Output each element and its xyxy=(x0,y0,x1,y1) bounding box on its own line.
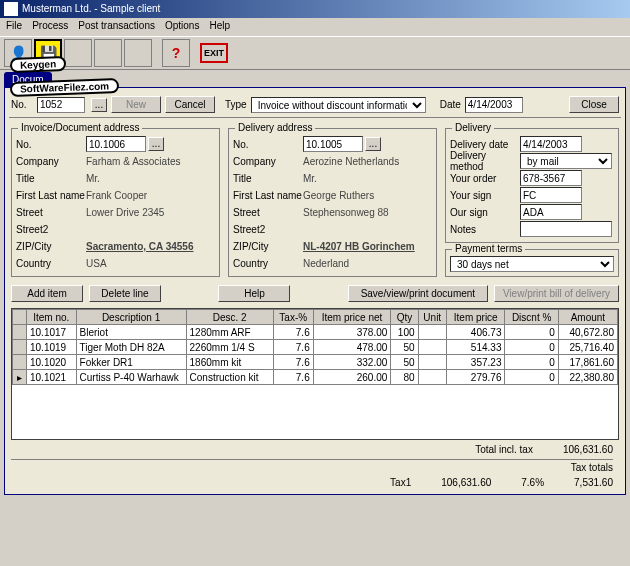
del-lookup-button[interactable]: ... xyxy=(365,137,381,151)
titlebar: Musterman Ltd. - Sample client xyxy=(0,0,630,18)
toolbar: 👤 💾 ? EXIT xyxy=(0,36,630,70)
tool-icon-2[interactable] xyxy=(94,39,122,67)
delete-line-button[interactable]: Delete line xyxy=(89,285,161,302)
payment-terms-group: Payment terms 30 days net xyxy=(445,249,619,277)
close-button[interactable]: Close xyxy=(569,96,619,113)
type-label: Type xyxy=(225,99,247,110)
tool-icon-3[interactable] xyxy=(124,39,152,67)
save-icon[interactable]: 💾 xyxy=(34,39,62,67)
form: No. ... New Cancel Type Invoice without … xyxy=(4,87,626,495)
delivery-group: Delivery Delivery date Delivery methodby… xyxy=(445,128,619,243)
menu-file[interactable]: File xyxy=(6,20,22,34)
invoice-address-group: Invoice/Document address No.... CompanyF… xyxy=(11,128,220,277)
table-row[interactable]: 10.1017Bleriot1280mm ARF7.6378.00100406.… xyxy=(13,325,618,340)
exit-button[interactable]: EXIT xyxy=(200,43,228,63)
date-input[interactable] xyxy=(465,97,523,113)
new-button[interactable]: New xyxy=(111,96,161,113)
top-row: No. ... New Cancel Type Invoice without … xyxy=(9,92,621,118)
tool-icon-1[interactable] xyxy=(64,39,92,67)
view-bill-button[interactable]: View/print bill of delivery xyxy=(494,285,619,302)
date-label: Date xyxy=(440,99,461,110)
your-sign-input[interactable] xyxy=(520,187,582,203)
tab-document[interactable]: Docum xyxy=(4,72,52,87)
menu-options[interactable]: Options xyxy=(165,20,199,34)
person-icon[interactable]: 👤 xyxy=(4,39,32,67)
our-sign-input[interactable] xyxy=(520,204,582,220)
menu-post[interactable]: Post transactions xyxy=(78,20,155,34)
table-row[interactable]: 10.1020Fokker DR11860mm kit7.6332.005035… xyxy=(13,355,618,370)
add-item-button[interactable]: Add item xyxy=(11,285,83,302)
menubar: File Process Post transactions Options H… xyxy=(0,18,630,36)
terms-select[interactable]: 30 days net xyxy=(450,256,614,272)
action-row: Add item Delete line Help Save/view/prin… xyxy=(11,285,619,302)
your-order-input[interactable] xyxy=(520,170,582,186)
table-row[interactable]: ▸10.1021Curtiss P-40 WarhawkConstruction… xyxy=(13,370,618,385)
app-icon xyxy=(4,2,18,16)
delivery-date-input[interactable] xyxy=(520,136,582,152)
del-no-input[interactable] xyxy=(303,136,363,152)
window-title: Musterman Ltd. - Sample client xyxy=(22,0,160,18)
no-label: No. xyxy=(11,99,33,110)
menu-process[interactable]: Process xyxy=(32,20,68,34)
delivery-method-select[interactable]: by mail xyxy=(520,153,612,169)
save-view-button[interactable]: Save/view/print document xyxy=(348,285,488,302)
totals: Total incl. tax106,631.60 xyxy=(11,444,613,455)
doc-no-input[interactable] xyxy=(37,97,85,113)
delivery-address-group: Delivery address No.... CompanyAerozine … xyxy=(228,128,437,277)
type-select[interactable]: Invoice without discount information xyxy=(251,97,426,113)
help-button[interactable]: Help xyxy=(218,285,290,302)
inv-lookup-button[interactable]: ... xyxy=(148,137,164,151)
inv-no-input[interactable] xyxy=(86,136,146,152)
notes-input[interactable] xyxy=(520,221,612,237)
items-grid[interactable]: Item no. Description 1 Desc. 2 Tax-% Ite… xyxy=(11,308,619,440)
lookup-doc-button[interactable]: ... xyxy=(91,98,107,112)
table-row[interactable]: 10.1019Tiger Moth DH 82A2260mm 1/4 S7.64… xyxy=(13,340,618,355)
cancel-button[interactable]: Cancel xyxy=(165,96,215,113)
menu-help[interactable]: Help xyxy=(209,20,230,34)
help-icon[interactable]: ? xyxy=(162,39,190,67)
